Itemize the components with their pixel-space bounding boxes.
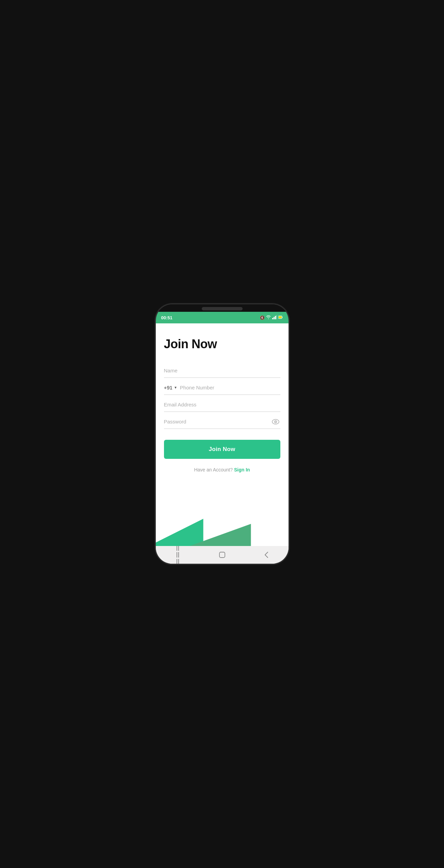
recent-apps-icon (177, 545, 177, 564)
email-input[interactable] (164, 398, 280, 412)
status-icons: 🔇 (260, 315, 283, 320)
country-code-value: +91 (164, 385, 172, 390)
main-screen: Join Now +91 ▼ (156, 323, 289, 564)
page-title: Join Now (164, 337, 280, 351)
have-account-text: Have an Account? (194, 467, 233, 472)
country-code-selector[interactable]: +91 ▼ (164, 385, 177, 390)
chevron-down-icon: ▼ (174, 386, 177, 389)
teal-shape (156, 519, 203, 546)
phone-row: +91 ▼ (164, 381, 280, 395)
signin-prompt: Have an Account? Sign In (164, 467, 280, 472)
mute-icon: 🔇 (260, 316, 265, 320)
notch (202, 307, 243, 310)
decorative-shapes (156, 515, 289, 546)
sign-in-link[interactable]: Sign In (234, 467, 250, 472)
phone-input[interactable] (180, 385, 280, 390)
notch-bar (156, 304, 289, 312)
wifi-icon (266, 315, 271, 320)
svg-rect-1 (274, 317, 275, 319)
back-button[interactable] (260, 550, 273, 560)
recent-apps-icon-2 (178, 545, 179, 564)
svg-rect-11 (219, 552, 225, 558)
home-button[interactable] (215, 550, 229, 560)
password-input[interactable] (164, 415, 271, 429)
svg-text:⚡: ⚡ (279, 317, 281, 319)
name-field-group (164, 364, 280, 378)
email-field-group (164, 398, 280, 412)
password-field-group (164, 415, 280, 429)
svg-rect-5 (282, 317, 282, 318)
join-now-button[interactable]: Join Now (164, 440, 280, 459)
name-input[interactable] (164, 364, 280, 378)
toggle-password-icon[interactable] (271, 417, 280, 427)
password-row (164, 415, 280, 429)
signal-icon (272, 315, 277, 320)
svg-rect-2 (275, 316, 276, 319)
svg-point-10 (275, 421, 276, 422)
recent-apps-button[interactable] (171, 550, 185, 560)
svg-rect-3 (276, 315, 277, 319)
battery-icon: ⚡ (278, 315, 283, 320)
nav-bar (156, 546, 289, 564)
content-area: Join Now +91 ▼ (156, 323, 289, 515)
status-time: 00:51 (161, 315, 172, 320)
svg-rect-0 (272, 318, 273, 319)
status-bar: 00:51 🔇 (156, 312, 289, 323)
phone-device: 00:51 🔇 (156, 304, 289, 564)
phone-field-group: +91 ▼ (164, 381, 280, 395)
